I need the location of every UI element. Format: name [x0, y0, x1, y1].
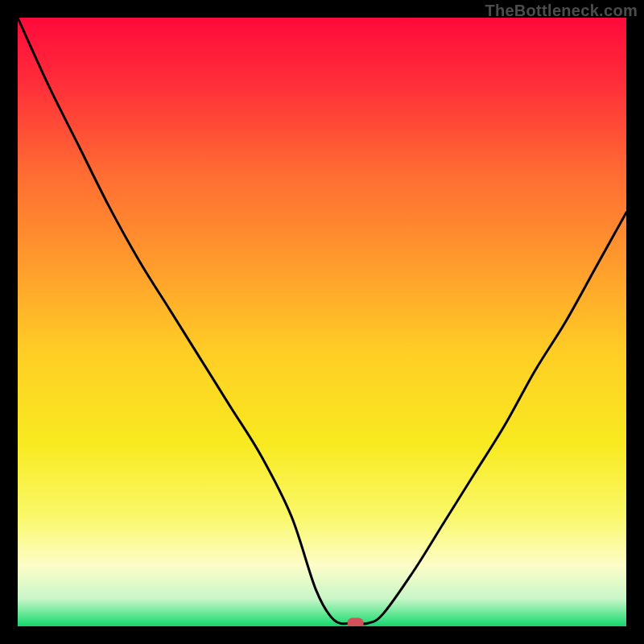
chart-frame [18, 18, 626, 626]
optimal-point-marker [348, 617, 364, 626]
bottleneck-chart [18, 18, 626, 626]
chart-background-gradient [18, 18, 626, 626]
